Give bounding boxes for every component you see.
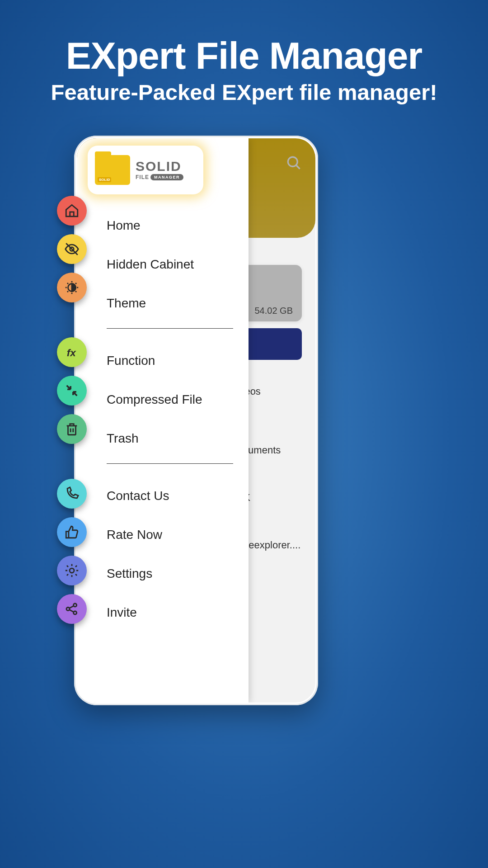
menu-item-trash[interactable]: Trash xyxy=(77,419,249,458)
menu-item-compressed-file[interactable]: Compressed File xyxy=(77,380,249,419)
promo-subtitle: Feature-Packed EXpert file manager! xyxy=(0,80,488,105)
menu-item-theme[interactable]: Theme xyxy=(77,284,249,323)
svg-text:fx: fx xyxy=(67,347,77,359)
storage-size: 54.02 GB xyxy=(254,306,293,316)
phone-frame: 54.02 GB Videos Documents APK 4_fileexpl… xyxy=(74,136,318,705)
menu-item-home[interactable]: Home xyxy=(77,206,249,245)
svg-point-0 xyxy=(288,157,297,166)
svg-line-1 xyxy=(296,165,300,169)
menu-label: Function xyxy=(107,354,155,368)
eye-off-icon[interactable] xyxy=(57,234,87,264)
svg-line-21 xyxy=(70,610,74,612)
menu-item-function[interactable]: Function xyxy=(77,341,249,380)
menu-item-invite[interactable]: Invite xyxy=(77,593,249,632)
svg-point-19 xyxy=(74,611,77,614)
svg-line-11 xyxy=(67,291,68,292)
promo-header: EXpert File Manager Feature-Packed EXper… xyxy=(0,0,488,105)
menu-label: Rate Now xyxy=(107,528,162,542)
thumbs-up-icon[interactable] xyxy=(57,517,87,547)
svg-line-10 xyxy=(75,291,76,292)
folder-icon: SOLID xyxy=(95,155,130,185)
drawer-menu: Home Hidden Cabinet Theme Function Compr… xyxy=(77,206,249,703)
svg-line-12 xyxy=(75,283,76,284)
search-icon[interactable] xyxy=(286,155,302,171)
contrast-icon[interactable] xyxy=(57,273,87,302)
menu-label: Home xyxy=(107,218,141,233)
promo-title: EXpert File Manager xyxy=(0,34,488,78)
svg-line-20 xyxy=(70,606,74,608)
navigation-drawer: SOLID SOLID FILE MANAGER Home Hidden Cab… xyxy=(77,138,249,703)
svg-point-18 xyxy=(74,604,77,607)
compress-icon[interactable] xyxy=(57,376,87,406)
phone-icon[interactable] xyxy=(57,479,87,509)
menu-label: Settings xyxy=(107,566,152,581)
menu-label: Invite xyxy=(107,605,137,620)
svg-point-17 xyxy=(66,607,70,610)
menu-label: Compressed File xyxy=(107,392,202,407)
menu-label: Contact Us xyxy=(107,489,169,503)
share-icon[interactable] xyxy=(57,594,87,624)
menu-divider xyxy=(107,328,233,329)
app-logo[interactable]: SOLID SOLID FILE MANAGER xyxy=(88,146,203,194)
svg-line-9 xyxy=(67,283,68,284)
menu-item-rate-now[interactable]: Rate Now xyxy=(77,515,249,554)
menu-item-contact-us[interactable]: Contact Us xyxy=(77,476,249,515)
fx-icon[interactable]: fx xyxy=(57,337,87,367)
menu-divider xyxy=(107,463,233,464)
menu-label: Hidden Cabinet xyxy=(107,257,194,272)
svg-point-16 xyxy=(70,568,74,573)
menu-label: Trash xyxy=(107,431,139,446)
logo-brand: SOLID xyxy=(136,160,183,173)
home-icon[interactable] xyxy=(57,196,87,226)
menu-label: Theme xyxy=(107,296,146,311)
trash-icon[interactable] xyxy=(57,414,87,444)
menu-item-hidden-cabinet[interactable]: Hidden Cabinet xyxy=(77,245,249,284)
menu-item-settings[interactable]: Settings xyxy=(77,554,249,593)
gear-icon[interactable] xyxy=(57,556,87,585)
phone-screen: 54.02 GB Videos Documents APK 4_fileexpl… xyxy=(77,138,315,703)
